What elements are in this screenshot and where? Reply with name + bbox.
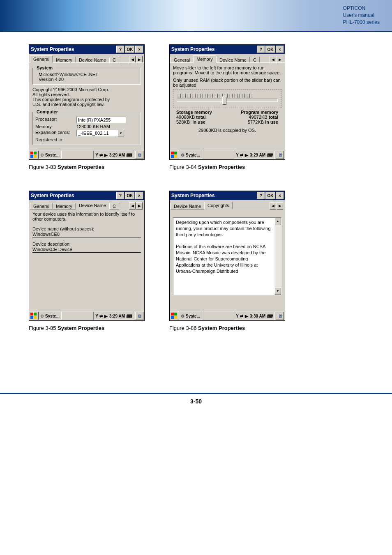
storage-inuse: 528KB: [176, 120, 190, 124]
tab-copyrights[interactable]: Copyrights: [204, 202, 233, 209]
memory-headers: Storage memory Program memory: [173, 108, 281, 115]
ok-button[interactable]: OK: [265, 46, 275, 53]
copyrights-para2: Portions of this software are based on N…: [176, 244, 273, 274]
system-legend: System: [35, 65, 54, 70]
caption-bold: System Properties: [58, 164, 104, 170]
tray-arrow-icon: ▶: [104, 314, 108, 318]
tab-memory[interactable]: Memory: [193, 55, 216, 63]
taskbar: ⚙ Syste... Y ⇄ ▶ 3:29 AM ⌨ 🖥: [170, 150, 285, 159]
system-tray: Y ⇄ ▶ 3:29 AM ⌨: [93, 151, 134, 159]
memory-instruction-2: Only unused RAM (black portion of the sl…: [173, 78, 281, 88]
start-button[interactable]: [171, 312, 178, 320]
copyright-line2: All rights reserved.: [32, 92, 141, 97]
taskbar: ⚙ Syste... Y ⇄ ▶ 3:29 AM ⌨ 🖥: [29, 311, 144, 320]
tray-clock[interactable]: 3:29 AM: [250, 153, 265, 157]
ok-button[interactable]: OK: [125, 46, 135, 53]
tray-clock[interactable]: 3:29 AM: [109, 314, 125, 318]
banner-text: OPTICON User's manual PHL-7000 series: [343, 5, 380, 25]
expansion-dropdown[interactable]: _-IEEE_802.11 ▼: [76, 130, 124, 136]
memory-label: Memory:: [35, 124, 76, 129]
slider-ticks: ┃┃┃┃┃┃┃┃┃┃┃┃┃┃┃┃┃┃┃┃┃┃┃┃┃┃┃┃┃┃┃: [177, 94, 277, 98]
ok-button[interactable]: OK: [265, 192, 275, 199]
network-icon[interactable]: ⇄: [99, 314, 103, 318]
tray-arrow-icon: ▶: [245, 314, 248, 318]
show-desktop-button[interactable]: 🖥: [276, 151, 284, 159]
network-icon[interactable]: ⇄: [240, 153, 243, 157]
help-button[interactable]: ?: [257, 192, 265, 199]
close-button[interactable]: ×: [276, 46, 284, 53]
help-button[interactable]: ?: [257, 46, 265, 53]
help-button[interactable]: ?: [116, 46, 125, 53]
taskbar-system-properties[interactable]: ⚙ Syste...: [179, 151, 202, 159]
start-button[interactable]: [30, 151, 37, 159]
taskbar: ⚙ Syste... Y ⇄ ▶ 3:29 AM ⌨ 🖥: [29, 150, 144, 159]
page-number: 3-50: [190, 398, 202, 405]
tab-panel-device-name: Your device uses this information to ide…: [29, 209, 144, 311]
show-desktop-button[interactable]: 🖥: [135, 151, 143, 159]
start-button[interactable]: [171, 151, 178, 159]
copyright-text: Copyright ?1996-2003 Microsoft Corp. All…: [32, 87, 141, 107]
banner-line1: OPTICON: [343, 5, 380, 12]
antenna-icon[interactable]: Y: [236, 314, 238, 318]
memory-slider[interactable]: ┃┃┃┃┃┃┃┃┃┃┃┃┃┃┃┃┃┃┃┃┃┃┃┃┃┃┃┃┃┃┃: [177, 99, 278, 102]
show-desktop-button[interactable]: 🖥: [135, 312, 143, 320]
taskbar: ⚙ Syste... Y ⇄ ▶ 3:30 AM ⌨ 🖥: [170, 311, 285, 320]
scroll-down-button[interactable]: ▼: [274, 288, 281, 295]
caption-bold: System Properties: [198, 164, 245, 170]
window-title: System Properties: [31, 46, 116, 52]
antenna-icon[interactable]: Y: [95, 153, 98, 157]
tray-arrow-icon: ▶: [245, 153, 248, 157]
close-button[interactable]: ×: [276, 192, 284, 199]
vertical-scrollbar[interactable]: ▲ ▼: [274, 218, 281, 295]
gear-icon: ⚙: [40, 153, 44, 157]
memory-slider-box: ┃┃┃┃┃┃┃┃┃┃┃┃┃┃┃┃┃┃┃┃┃┃┃┃┃┃┃┃┃┃┃: [173, 89, 281, 108]
caption-prefix: Figure 3-86: [169, 325, 198, 331]
close-button[interactable]: ×: [135, 192, 143, 199]
chevron-down-icon[interactable]: ▼: [118, 130, 124, 136]
os-memory-line: 29860KB is occupied by OS.: [173, 128, 281, 133]
page-footer: 3-50: [0, 393, 392, 417]
keyboard-icon[interactable]: ⌨: [267, 314, 273, 318]
keyboard-icon[interactable]: ⌨: [126, 314, 133, 318]
help-button[interactable]: ?: [116, 192, 125, 199]
banner-line3: PHL-7000 series: [343, 19, 380, 26]
slider-thumb[interactable]: [222, 97, 226, 105]
scroll-up-button[interactable]: ▲: [274, 218, 281, 225]
tray-clock[interactable]: 3:29 AM: [109, 153, 125, 157]
total-label: total: [196, 115, 205, 120]
tab-device-name[interactable]: Device Name: [76, 202, 109, 209]
processor-value: Intel(R) PXA255: [76, 117, 126, 123]
close-button[interactable]: ×: [135, 46, 143, 53]
keyboard-icon[interactable]: ⌨: [126, 153, 133, 157]
taskbar-system-properties[interactable]: ⚙ Syste...: [38, 312, 62, 320]
scroll-track[interactable]: [274, 225, 281, 288]
computer-legend: Computer: [35, 109, 59, 114]
tab-panel-copyrights: Depending upon which components you are …: [170, 209, 285, 311]
device-name-input[interactable]: [32, 231, 141, 237]
window-fig84: System Properties ? OK × General Memory …: [169, 44, 285, 160]
inuse-label: in use: [265, 120, 278, 124]
caption-prefix: Figure 3-84: [169, 164, 198, 170]
antenna-icon[interactable]: Y: [236, 153, 238, 157]
os-version: Version 4.20: [39, 77, 138, 82]
tab-panel-memory: Move slider to the left for more memory …: [170, 62, 285, 150]
taskbar-system-properties[interactable]: ⚙ Syste...: [179, 312, 202, 320]
taskbar-system-properties[interactable]: ⚙ Syste...: [38, 151, 62, 159]
keyboard-icon[interactable]: ⌨: [267, 153, 273, 157]
memory-inuse: 528KB in use 5772KB in use: [173, 120, 281, 124]
tray-clock[interactable]: 3:30 AM: [250, 314, 265, 318]
window-fig83: System Properties ? OK × General Memory …: [29, 44, 145, 160]
copyright-line4: U.S. and international copyright law.: [32, 102, 141, 107]
ok-button[interactable]: OK: [125, 192, 135, 199]
caption-fig85: Figure 3-85 System Properties: [29, 325, 145, 331]
network-icon[interactable]: ⇄: [240, 314, 243, 318]
show-desktop-button[interactable]: 🖥: [276, 312, 284, 320]
start-button[interactable]: [30, 312, 37, 320]
tab-general[interactable]: General: [30, 55, 53, 63]
device-desc-input[interactable]: [32, 246, 141, 253]
program-total: 49072KB: [249, 115, 267, 120]
system-tray: Y ⇄ ▶ 3:30 AM ⌨: [234, 312, 275, 320]
antenna-icon[interactable]: Y: [95, 314, 98, 318]
system-tray: Y ⇄ ▶ 3:29 AM ⌨: [234, 151, 275, 159]
network-icon[interactable]: ⇄: [99, 153, 103, 157]
